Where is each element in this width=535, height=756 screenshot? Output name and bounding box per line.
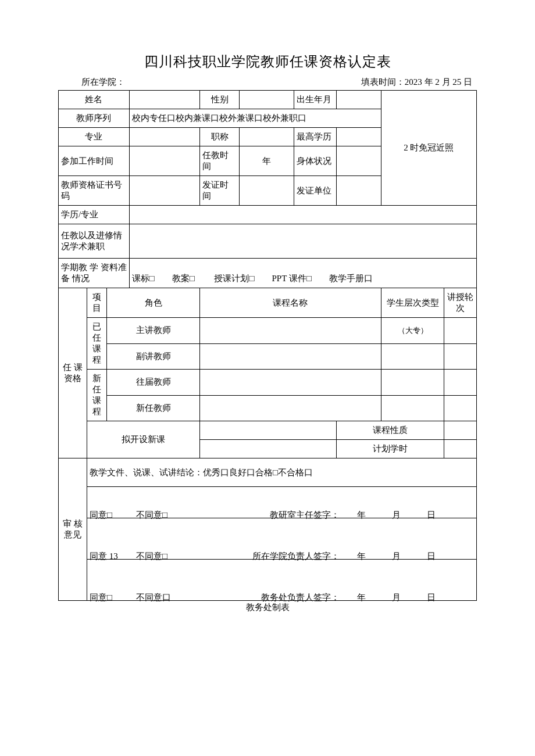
review-conclusion[interactable]: 教学文件、说课、试讲结论：优秀口良好口合格□不合格口 xyxy=(87,458,477,487)
label-title: 职称 xyxy=(200,128,240,146)
label-hours: 计划学时 xyxy=(336,440,444,458)
label-materials: 学期教 学 资料准备 情况 xyxy=(59,259,130,288)
field-edu[interactable] xyxy=(336,128,381,146)
field-certno[interactable] xyxy=(129,176,200,206)
review-sig1[interactable]: 同意□ 不同意□ 教研室主任签字： 年 月 日 xyxy=(87,487,477,518)
field-newcourse-name2[interactable] xyxy=(200,440,337,458)
label-teachtime: 任教时间 xyxy=(200,146,240,176)
label-training: 任教以及进修情况学术兼职 xyxy=(59,224,130,259)
level-past[interactable] xyxy=(381,370,444,396)
group-new: 新任课程 xyxy=(87,370,107,421)
role-assist: 副讲教师 xyxy=(107,343,200,370)
label-gender: 性别 xyxy=(200,91,240,109)
level-main: （大专） xyxy=(381,318,444,344)
field-edu-major[interactable] xyxy=(129,206,476,224)
rounds-assist[interactable] xyxy=(444,343,477,370)
field-hours[interactable] xyxy=(444,440,477,458)
label-newcourse: 拟开设新课 xyxy=(87,421,200,458)
rounds-newteacher[interactable] xyxy=(444,395,477,421)
field-sequence[interactable]: 校内专任口校内兼课口校外兼课口校外兼职口 xyxy=(129,109,381,128)
group-existing: 已任课程 xyxy=(87,318,107,370)
field-major[interactable] xyxy=(129,128,200,146)
course-assist[interactable] xyxy=(200,343,381,370)
field-teachtime[interactable]: 年 xyxy=(240,146,294,176)
field-issuer[interactable] xyxy=(336,176,381,206)
label-workstart: 参加工作时间 xyxy=(59,146,130,176)
label-sequence: 教师序列 xyxy=(59,109,130,128)
field-materials[interactable]: 课标□ 教案□ 授课计划□ PPT 课件□ 教学手册口 xyxy=(129,259,476,288)
label-edu: 最高学历 xyxy=(294,128,337,146)
field-training[interactable] xyxy=(129,224,476,259)
level-assist[interactable] xyxy=(381,343,444,370)
field-name[interactable] xyxy=(129,91,200,109)
form-table: 姓名 性别 出生年月 2 时免冠近照 教师序列 校内专任口校内兼课口校外兼课口校… xyxy=(58,90,477,601)
hdr-course: 课程名称 xyxy=(200,288,381,318)
label-review: 审 核意见 xyxy=(59,458,87,601)
page-title: 四川科技职业学院教师任课资格认定表 xyxy=(58,52,477,71)
label-name: 姓名 xyxy=(59,91,130,109)
label-qualification: 任 课资格 xyxy=(59,288,87,458)
review-sig2[interactable]: 同意 13 不同意□ 所在学院负责人签字： 年 月 日 xyxy=(87,518,477,560)
label-issuer: 发证单位 xyxy=(294,176,337,206)
label-edu-major: 学历/专业 xyxy=(59,206,130,224)
label-dob: 出生年月 xyxy=(294,91,337,109)
field-newcourse-name[interactable] xyxy=(200,421,337,440)
fill-date: 填表时间：2023 年 2 月 25 日 xyxy=(361,77,472,88)
field-issuedate[interactable] xyxy=(240,176,294,206)
field-gender[interactable] xyxy=(240,91,294,109)
review-sig3[interactable]: 同意□ 不同意口 教务处负责人签字： 年 月 日 xyxy=(87,560,477,601)
role-main: 主讲教师 xyxy=(107,318,200,344)
field-nature[interactable] xyxy=(444,421,477,440)
label-health: 身体状况 xyxy=(294,146,337,176)
photo-area: 2 时免冠近照 xyxy=(381,91,476,206)
label-major: 专业 xyxy=(59,128,130,146)
field-workstart[interactable] xyxy=(129,146,200,176)
field-title[interactable] xyxy=(240,128,294,146)
dept-label: 所在学院： xyxy=(81,77,125,88)
label-nature: 课程性质 xyxy=(336,421,444,440)
role-newteacher: 新任教师 xyxy=(107,395,200,421)
hdr-item: 项目 xyxy=(87,288,107,318)
field-dob[interactable] xyxy=(336,91,381,109)
rounds-past[interactable] xyxy=(444,370,477,396)
course-newteacher[interactable] xyxy=(200,395,381,421)
hdr-rounds: 讲授轮次 xyxy=(444,288,477,318)
role-past: 往届教师 xyxy=(107,370,200,396)
level-newteacher[interactable] xyxy=(381,395,444,421)
label-issuedate: 发证时间 xyxy=(200,176,240,206)
label-certno: 教师资格证书号码 xyxy=(59,176,130,206)
hdr-level: 学生层次类型 xyxy=(381,288,444,318)
course-main[interactable] xyxy=(200,318,381,344)
field-health[interactable] xyxy=(336,146,381,176)
course-past[interactable] xyxy=(200,370,381,396)
hdr-role: 角色 xyxy=(107,288,200,318)
rounds-main[interactable] xyxy=(444,318,477,344)
